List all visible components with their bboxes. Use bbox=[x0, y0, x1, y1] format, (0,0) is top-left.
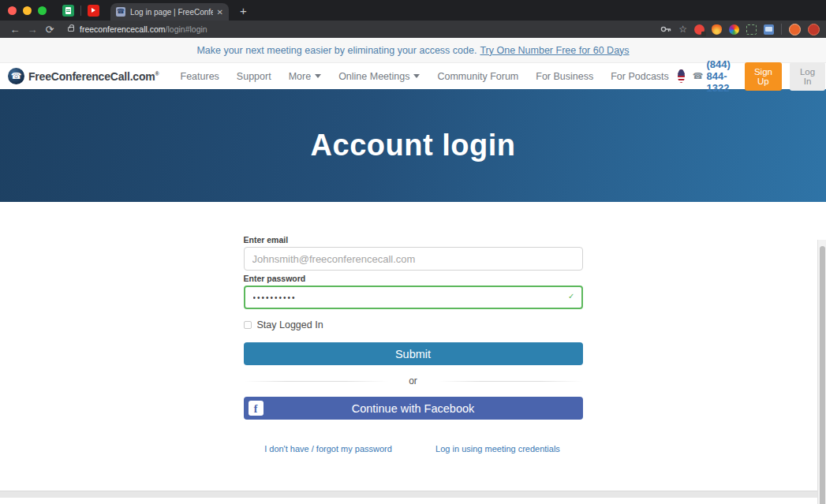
tab-title: Log in page | FreeConferenceC bbox=[130, 8, 213, 17]
tab-close-icon[interactable]: ✕ bbox=[217, 8, 223, 17]
window-close-button[interactable] bbox=[8, 6, 17, 15]
nav-item-more[interactable]: More bbox=[280, 71, 330, 82]
extension-dotted-icon[interactable] bbox=[746, 24, 757, 35]
nav-item-online-meetings[interactable]: Online Meetings bbox=[330, 71, 428, 82]
stay-logged-in-label[interactable]: Stay Logged In bbox=[257, 319, 323, 330]
us-flag-icon[interactable] bbox=[678, 69, 685, 83]
stay-logged-in-checkbox[interactable] bbox=[244, 321, 252, 329]
brand-trademark: ® bbox=[155, 71, 159, 77]
nav-item-features[interactable]: Features bbox=[172, 71, 228, 82]
phone-handset-icon: ☎ bbox=[693, 71, 704, 81]
login-form: Enter email Enter password ✓ Stay Logged… bbox=[244, 202, 583, 455]
extension-flame-icon[interactable] bbox=[712, 24, 722, 35]
meeting-credentials-link[interactable]: Log in using meeting credentials bbox=[435, 444, 560, 454]
nav-item-for-podcasts[interactable]: For Podcasts bbox=[602, 71, 678, 82]
divider-line bbox=[244, 381, 389, 382]
promo-link[interactable]: Try One Number Free for 60 Days bbox=[480, 45, 629, 56]
nav-item-label: More bbox=[289, 71, 311, 82]
tab-divider bbox=[80, 6, 81, 16]
nav-item-label: Community Forum bbox=[437, 71, 518, 82]
new-tab-button[interactable]: + bbox=[240, 4, 247, 17]
chevron-down-icon bbox=[315, 74, 321, 78]
url-domain: freeconferencecall.com bbox=[80, 24, 166, 34]
nav-item-support[interactable]: Support bbox=[228, 71, 280, 82]
hero-banner: Account login bbox=[0, 89, 826, 202]
divider-line bbox=[438, 381, 583, 382]
nav-item-label: Features bbox=[181, 71, 219, 82]
main-navigation: ☎ FreeConferenceCall.com® Features Suppo… bbox=[0, 63, 826, 89]
forward-button[interactable]: → bbox=[24, 24, 41, 35]
scrollbar-thumb[interactable] bbox=[820, 246, 825, 504]
reload-button[interactable]: ⟳ bbox=[41, 24, 58, 35]
window-zoom-button[interactable] bbox=[38, 6, 47, 15]
valid-check-icon: ✓ bbox=[568, 292, 574, 301]
nav-item-community-forum[interactable]: Community Forum bbox=[428, 71, 527, 82]
email-input[interactable] bbox=[244, 247, 583, 271]
extension-red-icon[interactable] bbox=[694, 24, 705, 35]
tab-favicon-icon: ☎ bbox=[116, 7, 125, 17]
brand-phone-icon: ☎ bbox=[8, 68, 24, 84]
sheets-grid-icon bbox=[65, 7, 71, 14]
pinned-tab-youtube-icon[interactable] bbox=[88, 5, 99, 17]
nav-item-for-business[interactable]: For Business bbox=[527, 71, 602, 82]
login-button[interactable]: Log In bbox=[790, 62, 825, 91]
window-controls bbox=[8, 6, 47, 15]
profile-avatar-icon[interactable] bbox=[789, 24, 801, 35]
facebook-login-button[interactable]: f Continue with Facebook bbox=[244, 397, 583, 420]
nav-item-label: For Business bbox=[536, 71, 593, 82]
password-input[interactable] bbox=[244, 286, 583, 309]
phone-number: (844) 844-1322 bbox=[707, 58, 737, 94]
back-button[interactable]: ← bbox=[6, 24, 24, 35]
toolbar-divider bbox=[781, 24, 782, 35]
brand-logo[interactable]: ☎ FreeConferenceCall.com® bbox=[8, 68, 159, 84]
or-label: or bbox=[388, 375, 438, 386]
play-icon bbox=[92, 8, 95, 13]
page-content: Enter email Enter password ✓ Stay Logged… bbox=[0, 202, 826, 491]
signup-button[interactable]: Sign Up bbox=[745, 62, 782, 91]
pinned-tab-sheets-icon[interactable] bbox=[62, 5, 74, 17]
address-bar[interactable]: freeconferencecall.com/login#login bbox=[80, 24, 207, 34]
page-title: Account login bbox=[311, 129, 516, 162]
nav-item-label: Support bbox=[237, 71, 271, 82]
browser-toolbar: ← → ⟳ freeconferencecall.com/login#login… bbox=[0, 21, 826, 38]
active-tab[interactable]: ☎ Log in page | FreeConferenceC ✕ bbox=[110, 3, 229, 21]
browser-tab-bar: ☎ Log in page | FreeConferenceC ✕ + bbox=[0, 0, 826, 21]
lock-icon bbox=[68, 27, 74, 32]
url-path: /login#login bbox=[166, 24, 207, 34]
extension-colorwheel-icon[interactable] bbox=[729, 24, 739, 35]
password-label: Enter password bbox=[244, 274, 583, 283]
submit-button[interactable]: Submit bbox=[244, 342, 583, 365]
browser-profile-avatar[interactable] bbox=[808, 24, 820, 35]
extension-card-icon[interactable] bbox=[764, 24, 774, 35]
bookmark-star-icon[interactable]: ☆ bbox=[678, 24, 687, 35]
promo-text: Make your next meeting easier by elimina… bbox=[196, 45, 477, 56]
vertical-scrollbar[interactable] bbox=[817, 240, 826, 504]
horizontal-scrollbar-track[interactable] bbox=[0, 491, 826, 498]
extension-badge bbox=[701, 32, 706, 36]
forgot-password-link[interactable]: I don't have / forgot my password bbox=[264, 444, 392, 454]
brand-name: FreeConferenceCall.com bbox=[28, 70, 155, 83]
facebook-button-label: Continue with Facebook bbox=[352, 402, 475, 415]
password-key-icon[interactable] bbox=[660, 25, 671, 33]
nav-item-label: Online Meetings bbox=[338, 71, 409, 82]
facebook-icon: f bbox=[249, 401, 263, 416]
nav-item-label: For Podcasts bbox=[611, 71, 669, 82]
chevron-down-icon bbox=[413, 74, 420, 78]
window-minimize-button[interactable] bbox=[23, 6, 32, 15]
phone-number-link[interactable]: ☎ (844) 844-1322 bbox=[693, 58, 737, 94]
or-divider: or bbox=[244, 375, 583, 386]
nav-items: Features Support More Online Meetings Co… bbox=[172, 71, 678, 82]
email-label: Enter email bbox=[244, 235, 583, 245]
